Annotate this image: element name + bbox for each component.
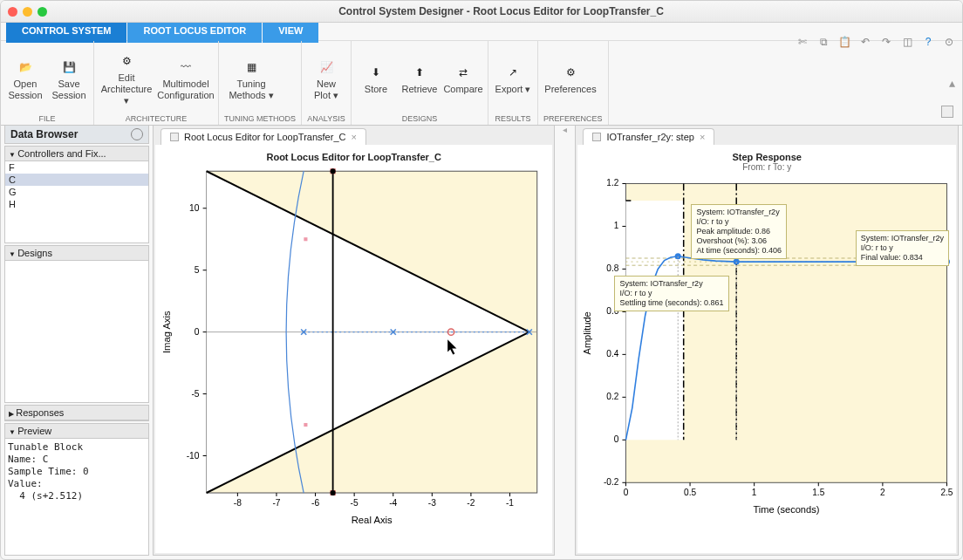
- svg-text:0: 0: [624, 488, 629, 497]
- new-plot-button[interactable]: 📈 New Plot ▾: [307, 44, 345, 113]
- export-button[interactable]: ↗︎ Export ▾: [494, 44, 532, 113]
- svg-rect-48: [626, 201, 684, 440]
- tab-root-locus-editor[interactable]: ROOT LOCUS EDITOR: [127, 23, 262, 43]
- svg-text:-2: -2: [467, 498, 475, 508]
- tab-view[interactable]: VIEW: [263, 23, 318, 43]
- collapse-ribbon-icon[interactable]: ▴: [949, 76, 955, 90]
- open-session-button[interactable]: 📂 Open Session: [6, 44, 44, 113]
- root-locus-plot[interactable]: -8-7-6-5-4-3-2-1-10-50510Real AxisImag A…: [155, 162, 552, 529]
- tuning-icon: ▦: [241, 57, 262, 78]
- svg-text:Imag Axis: Imag Axis: [161, 311, 172, 353]
- store-button[interactable]: ⬇︎ Store: [357, 44, 395, 113]
- retrieve-icon: ⬆︎: [409, 62, 430, 83]
- save-session-button[interactable]: 💾 Save Session: [50, 44, 88, 113]
- svg-rect-43: [304, 237, 307, 241]
- paste-icon[interactable]: 📋: [835, 32, 854, 51]
- svg-point-45: [331, 168, 336, 174]
- dock-icon[interactable]: ◫: [898, 32, 917, 51]
- gear-icon: ⚙︎: [560, 62, 581, 83]
- close-window-button[interactable]: [8, 7, 17, 17]
- tuning-methods-button[interactable]: ▦ Tuning Methods ▾: [224, 44, 278, 113]
- preview-text: Tunable Block Name: C Sample Time: 0 Val…: [5, 439, 148, 505]
- svg-text:1: 1: [614, 221, 619, 230]
- pin-icon[interactable]: [170, 133, 179, 141]
- window-title: Control System Designer - Root Locus Edi…: [47, 5, 955, 17]
- step-response-title: Step Response: [577, 145, 956, 162]
- close-tab-icon[interactable]: ×: [351, 132, 356, 142]
- data-browser-options-icon[interactable]: [131, 128, 143, 140]
- multimodel-config-button[interactable]: 〰︎ Multimodel Configuration: [159, 44, 213, 113]
- controllers-list: FCGH: [5, 161, 148, 210]
- section-label-designs: DESIGNS: [357, 113, 482, 125]
- data-browser-panel: Data Browser Controllers and Fix... FCGH…: [4, 125, 149, 556]
- minimize-window-button[interactable]: [23, 7, 32, 17]
- svg-text:-4: -4: [389, 498, 397, 508]
- pin-icon[interactable]: [592, 133, 601, 141]
- preview-section-header[interactable]: Preview: [5, 424, 148, 439]
- redo-icon[interactable]: ↷: [877, 32, 896, 51]
- store-icon: ⬇︎: [365, 62, 386, 83]
- svg-text:-8: -8: [234, 498, 242, 508]
- root-locus-tile: Root Locus Editor for LoopTransfer_C × R…: [153, 125, 555, 556]
- svg-text:-1: -1: [506, 498, 514, 508]
- tab-control-system[interactable]: CONTROL SYSTEM: [6, 23, 126, 43]
- preferences-button[interactable]: ⚙︎ Preferences: [543, 44, 598, 113]
- splitter-handle[interactable]: ◂: [558, 125, 571, 556]
- section-label-architecture: ARCHITECTURE: [99, 113, 213, 125]
- svg-text:-3: -3: [428, 498, 436, 508]
- titlebar: Control System Designer - Root Locus Edi…: [1, 1, 962, 23]
- svg-text:0: 0: [195, 327, 200, 337]
- root-locus-title: Root Locus Editor for LoopTransfer_C: [155, 145, 552, 162]
- svg-text:1: 1: [752, 488, 757, 497]
- restore-layout-button[interactable]: [941, 106, 953, 118]
- controller-item[interactable]: C: [5, 174, 148, 186]
- section-label-preferences: PREFERENCES: [543, 113, 603, 125]
- svg-text:5: 5: [195, 265, 200, 275]
- svg-text:Amplitude: Amplitude: [583, 311, 593, 354]
- folder-open-icon: 📂: [15, 57, 36, 78]
- controller-item[interactable]: H: [5, 198, 148, 210]
- svg-text:0.8: 0.8: [607, 263, 619, 273]
- help-icon[interactable]: ?: [919, 32, 938, 51]
- svg-text:-0.2: -0.2: [604, 477, 619, 487]
- controller-item[interactable]: G: [5, 186, 148, 198]
- svg-text:0.5: 0.5: [684, 488, 696, 497]
- svg-text:1.2: 1.2: [607, 178, 619, 188]
- svg-rect-44: [304, 423, 307, 427]
- export-icon: ↗︎: [502, 62, 523, 83]
- cut-icon[interactable]: ✄: [793, 32, 812, 51]
- more-icon[interactable]: ⊙: [939, 32, 959, 51]
- zoom-window-button[interactable]: [38, 7, 47, 17]
- svg-text:10: 10: [189, 203, 200, 213]
- edit-architecture-button[interactable]: ⚙︎ Edit Architecture ▾: [99, 44, 154, 113]
- save-icon: 💾: [58, 57, 79, 78]
- svg-text:Real Axis: Real Axis: [352, 515, 393, 525]
- peak-annotation: System: IOTransfer_r2y I/O: r to y Peak …: [691, 204, 787, 259]
- retrieve-button[interactable]: ⬆︎ Retrieve: [400, 44, 439, 113]
- compare-button[interactable]: ⇄ Compare: [444, 44, 482, 113]
- close-tab-icon[interactable]: ×: [700, 132, 705, 142]
- designs-section-header[interactable]: Designs: [5, 246, 148, 261]
- svg-text:2.5: 2.5: [941, 488, 953, 497]
- svg-text:0: 0: [614, 434, 619, 444]
- step-response-tile: IOTransfer_r2y: step × Step Response Fro…: [575, 125, 959, 556]
- section-label-analysis: ANALYSIS: [307, 113, 345, 125]
- svg-text:Time (seconds): Time (seconds): [754, 504, 820, 515]
- svg-text:0.2: 0.2: [607, 392, 619, 401]
- controllers-section-header[interactable]: Controllers and Fix...: [5, 147, 148, 161]
- settling-annotation: System: IOTransfer_r2y I/O: r to y Settl…: [614, 276, 728, 311]
- svg-text:2: 2: [881, 488, 886, 497]
- controller-item[interactable]: F: [5, 161, 148, 174]
- section-label-file: FILE: [6, 113, 88, 125]
- undo-icon[interactable]: ↶: [856, 32, 875, 51]
- quick-access-toolbar: ✄ ⧉ 📋 ↶ ↷ ◫ ? ⊙: [793, 32, 959, 53]
- root-locus-tab[interactable]: Root Locus Editor for LoopTransfer_C ×: [160, 128, 366, 145]
- svg-text:-5: -5: [191, 389, 199, 399]
- data-browser-header: Data Browser: [4, 125, 149, 144]
- step-response-subtitle: From: r To: y: [577, 162, 956, 172]
- svg-text:1.5: 1.5: [813, 488, 825, 497]
- responses-section-header[interactable]: Responses: [5, 406, 148, 420]
- compare-icon: ⇄: [453, 62, 474, 83]
- step-response-tab[interactable]: IOTransfer_r2y: step ×: [583, 128, 714, 145]
- copy-icon[interactable]: ⧉: [814, 32, 833, 51]
